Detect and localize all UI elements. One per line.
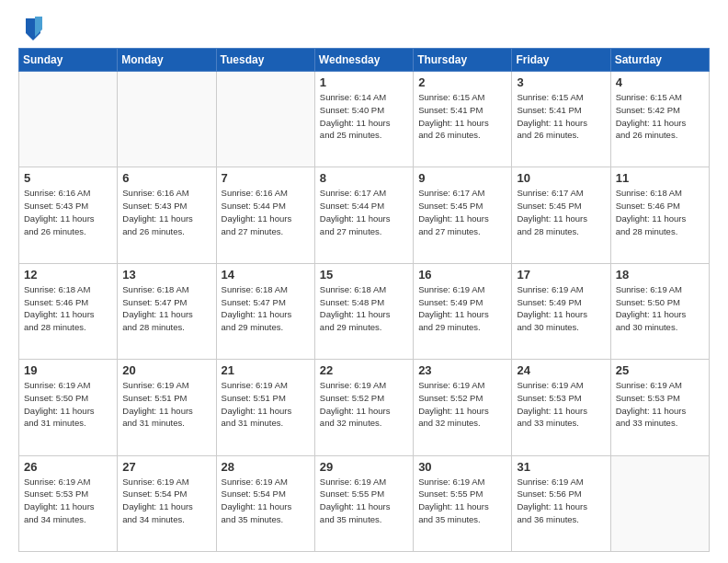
day-number: 17: [517, 268, 605, 282]
day-number: 30: [418, 460, 506, 474]
day-info: Sunrise: 6:14 AM Sunset: 5:40 PM Dayligh…: [320, 91, 408, 142]
day-number: 15: [320, 268, 408, 282]
calendar-cell: 13Sunrise: 6:18 AM Sunset: 5:47 PM Dayli…: [118, 263, 216, 359]
day-info: Sunrise: 6:18 AM Sunset: 5:48 PM Dayligh…: [320, 283, 408, 334]
day-info: Sunrise: 6:19 AM Sunset: 5:56 PM Dayligh…: [517, 476, 605, 526]
calendar-cell: 8Sunrise: 6:17 AM Sunset: 5:44 PM Daylig…: [314, 167, 413, 263]
calendar-cell: [610, 455, 709, 551]
calendar-cell: 17Sunrise: 6:19 AM Sunset: 5:49 PM Dayli…: [512, 263, 610, 359]
calendar-cell: 29Sunrise: 6:19 AM Sunset: 5:55 PM Dayli…: [314, 455, 413, 551]
day-number: 18: [616, 268, 704, 282]
day-number: 14: [222, 268, 310, 282]
day-number: 3: [517, 75, 605, 89]
day-info: Sunrise: 6:17 AM Sunset: 5:45 PM Dayligh…: [418, 187, 506, 237]
day-number: 16: [418, 268, 506, 282]
day-info: Sunrise: 6:16 AM Sunset: 5:43 PM Dayligh…: [24, 187, 112, 237]
day-number: 26: [24, 460, 112, 474]
weekday-header-thursday: Thursday: [414, 49, 512, 72]
day-info: Sunrise: 6:19 AM Sunset: 5:52 PM Dayligh…: [320, 379, 408, 430]
day-number: 12: [24, 268, 112, 282]
calendar-cell: 3Sunrise: 6:15 AM Sunset: 5:41 PM Daylig…: [512, 72, 610, 167]
day-info: Sunrise: 6:19 AM Sunset: 5:53 PM Dayligh…: [616, 379, 704, 430]
day-number: 23: [418, 363, 506, 377]
calendar-cell: [118, 72, 216, 167]
calendar-cell: 23Sunrise: 6:19 AM Sunset: 5:52 PM Dayli…: [414, 360, 512, 455]
day-number: 7: [222, 171, 310, 185]
weekday-header-tuesday: Tuesday: [216, 49, 314, 72]
day-info: Sunrise: 6:17 AM Sunset: 5:44 PM Dayligh…: [320, 187, 408, 237]
week-row-0: 1Sunrise: 6:14 AM Sunset: 5:40 PM Daylig…: [19, 72, 710, 167]
day-info: Sunrise: 6:19 AM Sunset: 5:54 PM Dayligh…: [122, 476, 210, 526]
day-info: Sunrise: 6:19 AM Sunset: 5:55 PM Dayligh…: [418, 476, 506, 526]
day-number: 5: [24, 171, 112, 185]
calendar-cell: 6Sunrise: 6:16 AM Sunset: 5:43 PM Daylig…: [118, 167, 216, 263]
day-number: 20: [122, 363, 210, 377]
day-info: Sunrise: 6:19 AM Sunset: 5:54 PM Dayligh…: [222, 476, 310, 526]
day-info: Sunrise: 6:19 AM Sunset: 5:49 PM Dayligh…: [517, 283, 605, 334]
day-number: 8: [320, 171, 408, 185]
calendar-cell: 16Sunrise: 6:19 AM Sunset: 5:49 PM Dayli…: [414, 263, 512, 359]
day-number: 11: [616, 171, 704, 185]
page: SundayMondayTuesdayWednesdayThursdayFrid…: [0, 0, 728, 563]
calendar-cell: 9Sunrise: 6:17 AM Sunset: 5:45 PM Daylig…: [414, 167, 512, 263]
day-number: 22: [320, 363, 408, 377]
day-info: Sunrise: 6:15 AM Sunset: 5:41 PM Dayligh…: [418, 91, 506, 142]
day-info: Sunrise: 6:18 AM Sunset: 5:46 PM Dayligh…: [616, 187, 704, 237]
calendar-cell: 10Sunrise: 6:17 AM Sunset: 5:45 PM Dayli…: [512, 167, 610, 263]
day-info: Sunrise: 6:19 AM Sunset: 5:52 PM Dayligh…: [418, 379, 506, 430]
calendar-cell: 12Sunrise: 6:18 AM Sunset: 5:46 PM Dayli…: [19, 263, 118, 359]
calendar-cell: 26Sunrise: 6:19 AM Sunset: 5:53 PM Dayli…: [19, 455, 118, 551]
calendar-cell: 19Sunrise: 6:19 AM Sunset: 5:50 PM Dayli…: [19, 360, 118, 455]
calendar-cell: 11Sunrise: 6:18 AM Sunset: 5:46 PM Dayli…: [610, 167, 709, 263]
calendar-cell: 31Sunrise: 6:19 AM Sunset: 5:56 PM Dayli…: [512, 455, 610, 551]
day-number: 6: [122, 171, 210, 185]
day-number: 24: [517, 363, 605, 377]
weekday-header-saturday: Saturday: [610, 49, 709, 72]
weekday-header-row: SundayMondayTuesdayWednesdayThursdayFrid…: [19, 49, 710, 72]
day-number: 31: [517, 460, 605, 474]
day-number: 28: [222, 460, 310, 474]
logo: [18, 18, 44, 40]
day-number: 13: [122, 268, 210, 282]
day-number: 29: [320, 460, 408, 474]
calendar-cell: 20Sunrise: 6:19 AM Sunset: 5:51 PM Dayli…: [118, 360, 216, 455]
day-info: Sunrise: 6:17 AM Sunset: 5:45 PM Dayligh…: [517, 187, 605, 237]
week-row-2: 12Sunrise: 6:18 AM Sunset: 5:46 PM Dayli…: [19, 263, 710, 359]
weekday-header-monday: Monday: [118, 49, 216, 72]
day-number: 27: [122, 460, 210, 474]
day-info: Sunrise: 6:19 AM Sunset: 5:55 PM Dayligh…: [320, 476, 408, 526]
calendar-cell: 22Sunrise: 6:19 AM Sunset: 5:52 PM Dayli…: [314, 360, 413, 455]
week-row-1: 5Sunrise: 6:16 AM Sunset: 5:43 PM Daylig…: [19, 167, 710, 263]
header: [18, 15, 710, 40]
weekday-header-friday: Friday: [512, 49, 610, 72]
calendar-cell: 7Sunrise: 6:16 AM Sunset: 5:44 PM Daylig…: [216, 167, 314, 263]
calendar-cell: 24Sunrise: 6:19 AM Sunset: 5:53 PM Dayli…: [512, 360, 610, 455]
day-number: 21: [222, 363, 310, 377]
day-number: 10: [517, 171, 605, 185]
day-info: Sunrise: 6:15 AM Sunset: 5:42 PM Dayligh…: [616, 91, 704, 142]
day-info: Sunrise: 6:19 AM Sunset: 5:49 PM Dayligh…: [418, 283, 506, 334]
day-number: 1: [320, 75, 408, 89]
day-info: Sunrise: 6:15 AM Sunset: 5:41 PM Dayligh…: [517, 91, 605, 142]
day-number: 25: [616, 363, 704, 377]
day-info: Sunrise: 6:19 AM Sunset: 5:51 PM Dayligh…: [122, 379, 210, 430]
weekday-header-sunday: Sunday: [19, 49, 118, 72]
calendar-cell: [19, 72, 118, 167]
calendar-cell: 15Sunrise: 6:18 AM Sunset: 5:48 PM Dayli…: [314, 263, 413, 359]
calendar-cell: 2Sunrise: 6:15 AM Sunset: 5:41 PM Daylig…: [414, 72, 512, 167]
week-row-3: 19Sunrise: 6:19 AM Sunset: 5:50 PM Dayli…: [19, 360, 710, 455]
day-info: Sunrise: 6:19 AM Sunset: 5:50 PM Dayligh…: [24, 379, 112, 430]
calendar-cell: 5Sunrise: 6:16 AM Sunset: 5:43 PM Daylig…: [19, 167, 118, 263]
day-number: 2: [418, 75, 506, 89]
day-info: Sunrise: 6:19 AM Sunset: 5:53 PM Dayligh…: [517, 379, 605, 430]
day-info: Sunrise: 6:18 AM Sunset: 5:46 PM Dayligh…: [24, 283, 112, 334]
calendar-cell: 28Sunrise: 6:19 AM Sunset: 5:54 PM Dayli…: [216, 455, 314, 551]
calendar-cell: 25Sunrise: 6:19 AM Sunset: 5:53 PM Dayli…: [610, 360, 709, 455]
calendar-cell: 21Sunrise: 6:19 AM Sunset: 5:51 PM Dayli…: [216, 360, 314, 455]
day-info: Sunrise: 6:19 AM Sunset: 5:50 PM Dayligh…: [616, 283, 704, 334]
day-info: Sunrise: 6:19 AM Sunset: 5:53 PM Dayligh…: [24, 476, 112, 526]
day-number: 19: [24, 363, 112, 377]
week-row-4: 26Sunrise: 6:19 AM Sunset: 5:53 PM Dayli…: [19, 455, 710, 551]
day-info: Sunrise: 6:16 AM Sunset: 5:44 PM Dayligh…: [222, 187, 310, 237]
day-info: Sunrise: 6:16 AM Sunset: 5:43 PM Dayligh…: [122, 187, 210, 237]
